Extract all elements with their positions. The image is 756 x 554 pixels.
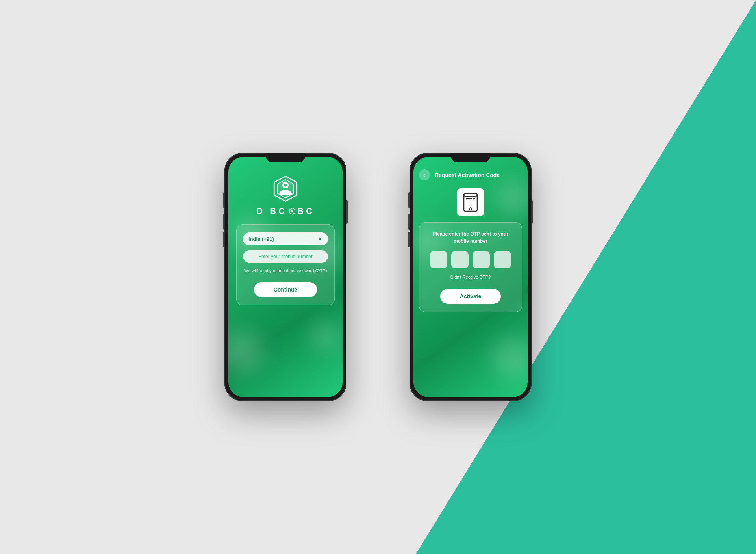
back-icon: ‹	[424, 172, 426, 178]
logo-area: D BC BC	[256, 175, 315, 216]
otp-box-1[interactable]	[430, 251, 447, 268]
otp-box-2[interactable]	[451, 251, 469, 268]
app-name-d: D BC	[256, 206, 287, 216]
app-name-bc: BC	[297, 206, 315, 216]
phone-1-card: India (+91) ▼ Enter your mobile number W…	[236, 224, 335, 305]
otp-card: Please enter the OTP sent to your mobile…	[419, 222, 522, 312]
app-logo-icon	[271, 175, 300, 203]
svg-point-3	[284, 184, 287, 186]
otp-prompt-text: Please enter the OTP sent to your mobile…	[426, 231, 515, 245]
phone-2: ‹ Request Activation Code	[410, 153, 532, 401]
country-label: India (+91)	[248, 236, 274, 242]
header-title: Request Activation Code	[435, 172, 500, 178]
otp-box-4[interactable]	[494, 251, 511, 268]
back-button[interactable]: ‹	[419, 169, 430, 180]
phone-otp-icon: * * * *	[461, 191, 480, 213]
phone-1-content: D BC BC India (+91) ▼	[228, 157, 343, 397]
phone-1-screen: D BC BC India (+91) ▼	[228, 157, 343, 397]
scene: D BC BC India (+91) ▼	[0, 0, 756, 554]
country-selector[interactable]: India (+91) ▼	[243, 232, 328, 245]
app-logo-dot	[289, 208, 296, 215]
phone-1: D BC BC India (+91) ▼	[224, 153, 346, 401]
resend-otp-link[interactable]: Didn't Receive OTP?	[450, 275, 491, 279]
otp-input-group	[430, 251, 511, 268]
phone-2-body: * * * * Please enter the OTP sent to you…	[413, 184, 528, 397]
chevron-down-icon: ▼	[317, 236, 322, 242]
otp-hint-text: We will send you one time password (OTP)	[244, 268, 327, 274]
mobile-placeholder: Enter your mobile number	[258, 254, 313, 259]
svg-rect-7	[464, 193, 477, 197]
mobile-number-input[interactable]: Enter your mobile number	[243, 250, 328, 263]
continue-button[interactable]: Continue	[254, 282, 317, 297]
svg-point-12	[469, 208, 472, 210]
app-name: D BC BC	[256, 206, 315, 216]
notch-2	[451, 153, 490, 162]
svg-text:* * * *: * * * *	[466, 198, 474, 202]
svg-point-5	[291, 210, 293, 212]
phone-2-screen: ‹ Request Activation Code	[413, 157, 528, 397]
notch-1	[266, 153, 305, 162]
phone-2-content: ‹ Request Activation Code	[413, 157, 528, 397]
phone-otp-icon-box: * * * *	[457, 188, 484, 216]
otp-box-3[interactable]	[472, 251, 490, 268]
activate-button[interactable]: Activate	[440, 289, 501, 304]
